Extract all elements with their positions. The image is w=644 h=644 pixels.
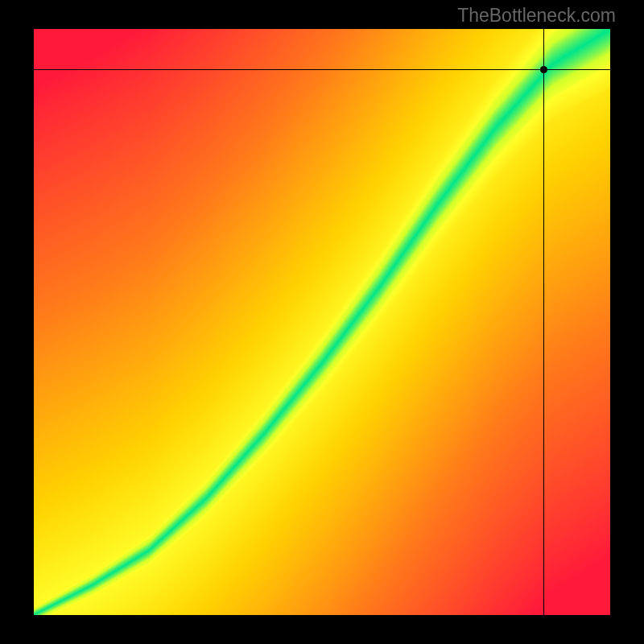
heatmap-canvas [34,29,610,615]
chart-container: TheBottleneck.com [0,0,644,644]
crosshair-horizontal [34,69,610,70]
crosshair-vertical [543,29,544,615]
crosshair-dot [540,66,547,73]
heatmap-plot [34,29,610,615]
watermark-text: TheBottleneck.com [457,5,616,27]
